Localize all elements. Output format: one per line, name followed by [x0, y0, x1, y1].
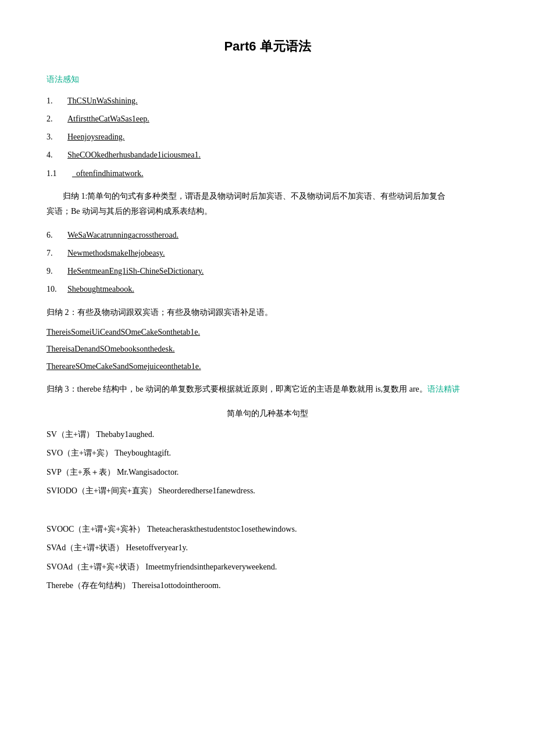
patterns-list: SV（主+谓） Thebaby1aughed. SVO（主+谓+宾） Theyb… — [47, 427, 488, 594]
pattern-svad: SVAd（主+谓+状语） Hesetoffveryear1y. — [47, 540, 488, 556]
item-text: _oftenfindhimatwork. — [72, 166, 143, 181]
summary-3-text1: 归纳 3：therebe 结构中，be 动词的单复数形式要根据就近原则，即离它近… — [47, 385, 427, 393]
pattern-label: SV（主+谓） — [47, 430, 94, 439]
pattern-example-text: Sheorderedherse1fanewdress. — [158, 486, 255, 495]
item-number: 4. — [47, 148, 67, 162]
summary-2: 归纳 2：有些及物动词跟双宾语；有些及物动词跟宾语补足语。 — [47, 305, 488, 321]
summary-1: 归纳 1:简单句的句式有多种类型，谓语是及物动词时后加宾语、不及物动词后不加宾语… — [47, 189, 488, 220]
summary-1-text2: 宾语；Be 动词与其后的形容词构成系表结构。 — [47, 207, 212, 216]
page-title: Part6 单元语法 — [47, 35, 488, 58]
pattern-example-text: Theyboughtagift. — [115, 449, 171, 457]
item-text: Heenjoysreading. — [67, 130, 124, 144]
pattern-example-text: Hesetoffveryear1y. — [126, 543, 188, 552]
list-item: 10. Sheboughtmeabook. — [47, 282, 488, 296]
pattern-sviodo: SVIODO（主+谓+间宾+直宾） Sheorderedherse1fanewd… — [47, 483, 488, 499]
pattern-label: SVOAd（主+谓+宾+状语） — [47, 562, 144, 571]
pattern-svoad: SVOAd（主+谓+宾+状语） Imeetmyfriendsintheparke… — [47, 560, 488, 575]
pattern-example-text: Thebaby1aughed. — [96, 430, 154, 439]
list-item: 9. HeSentmeanEng1iSh-ChineSeDictionary. — [47, 264, 488, 278]
item-number: 3. — [47, 130, 67, 144]
section-center-title: 简单句的几种基本句型 — [47, 406, 488, 421]
item-number: 1. — [47, 94, 67, 108]
item-text: NewmethodsmakeIhejobeasy. — [67, 246, 165, 260]
list-item: 1. ThCSUnWaSshining. — [47, 94, 488, 108]
item-number: 7. — [47, 246, 67, 260]
summary-3-green: 语法精讲 — [427, 385, 460, 393]
list-item: 2. AtfirsttheCatWaSas1eep. — [47, 112, 488, 126]
there-example-3: ThereareSOmeCakeSandSomejuiceonthetab1e. — [47, 359, 488, 374]
numbered-list-2: 6. WeSaWacatrunningacrosstheroad. 7. New… — [47, 228, 488, 297]
summary-3: 归纳 3：therebe 结构中，be 动词的单复数形式要根据就近原则，即离它近… — [47, 382, 488, 397]
item-number: 6. — [47, 228, 67, 242]
item-text: HeSentmeanEng1iSh-ChineSeDictionary. — [67, 264, 204, 278]
item-text: Sheboughtmeabook. — [67, 282, 134, 296]
pattern-label: SVO（主+谓+宾） — [47, 449, 113, 457]
pattern-example-text: Mr.Wangisadoctor. — [117, 468, 179, 476]
pattern-blank — [47, 503, 488, 518]
item-text: SheCOOkedherhusbandade1iciousmea1. — [67, 148, 201, 162]
pattern-therebe: Therebe（存在句结构） Thereisa1ottodointheroom. — [47, 578, 488, 594]
list-item: 3. Heenjoysreading. — [47, 130, 488, 144]
item-text: WeSaWacatrunningacrosstheroad. — [67, 228, 179, 242]
pattern-example-text: Imeetmyfriendsintheparkeveryweekend. — [145, 562, 277, 571]
pattern-label: SVP（主+系＋表） — [47, 468, 115, 476]
pattern-sv: SV（主+谓） Thebaby1aughed. — [47, 427, 488, 443]
item-number: 9. — [47, 264, 67, 278]
item-text: ThCSUnWaSshining. — [67, 94, 138, 108]
there-example-1: ThereisSomeiUiCeandSOmeCakeSonthetab1e. — [47, 325, 488, 339]
item-text: AtfirsttheCatWaSas1eep. — [67, 112, 149, 126]
pattern-svo: SVO（主+谓+宾） Theyboughtagift. — [47, 446, 488, 461]
pattern-svp: SVP（主+系＋表） Mr.Wangisadoctor. — [47, 465, 488, 481]
list-item: 6. WeSaWacatrunningacrosstheroad. — [47, 228, 488, 242]
summary-1-text1: 归纳 1:简单句的句式有多种类型，谓语是及物动词时后加宾语、不及物动词后不加宾语… — [63, 192, 445, 200]
numbered-list-1: 1. ThCSUnWaSshining. 2. AtfirsttheCatWaS… — [47, 94, 488, 181]
there-examples-block: ThereisSomeiUiCeandSOmeCakeSonthetab1e. … — [47, 325, 488, 374]
item-number: 1.1 — [47, 166, 72, 181]
pattern-svooc: SVOOC（主+谓+宾+宾补） Theteacheraskthestudents… — [47, 522, 488, 538]
pattern-label: SVIODO（主+谓+间宾+直宾） — [47, 486, 156, 495]
grammar-section-heading: 语法感知 — [47, 72, 488, 87]
pattern-example-text: Theteacheraskthestudentstoc1osethewindow… — [147, 525, 297, 533]
list-item: 7. NewmethodsmakeIhejobeasy. — [47, 246, 488, 260]
list-item: 4. SheCOOkedherhusbandade1iciousmea1. — [47, 148, 488, 162]
list-item: 1.1 _oftenfindhimatwork. — [47, 166, 488, 181]
item-number: 10. — [47, 282, 67, 296]
pattern-example-text: Thereisa1ottodointheroom. — [132, 581, 220, 590]
pattern-label: SVOOC（主+谓+宾+宾补） — [47, 525, 145, 533]
pattern-label: SVAd（主+谓+状语） — [47, 543, 124, 552]
there-example-2: ThereisaDenandSOmebooksonthedesk. — [47, 342, 488, 356]
item-number: 2. — [47, 112, 67, 126]
pattern-label: Therebe（存在句结构） — [47, 581, 130, 590]
